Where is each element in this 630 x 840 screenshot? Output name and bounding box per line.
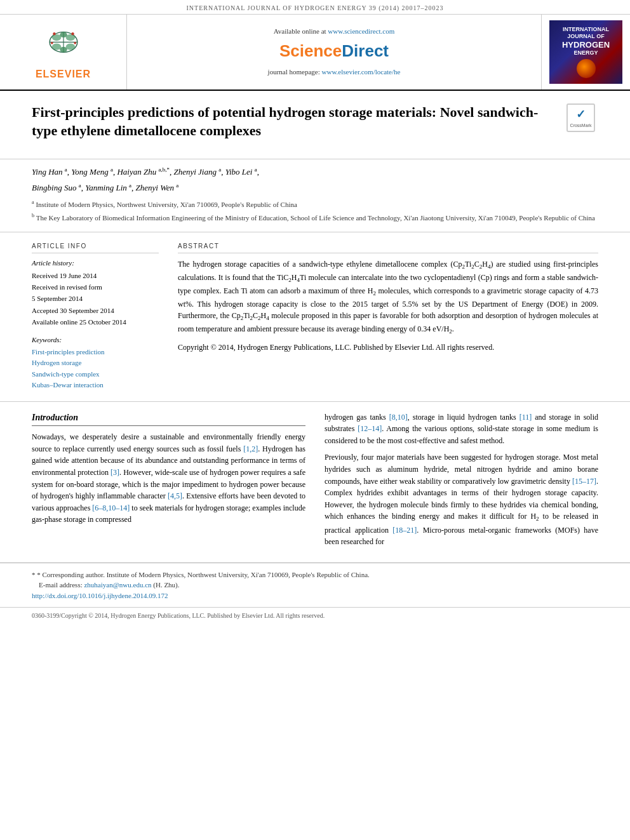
accepted-date: Accepted 30 September 2014 <box>32 306 159 316</box>
author-yanming-lin: Yanming Lin <box>85 183 127 192</box>
article-title-container: First-principles predictions of potentia… <box>32 103 554 149</box>
logo-circle-icon <box>577 59 596 78</box>
author-zhenyi-jiang: Zhenyi Jiang <box>173 168 217 177</box>
keyword-kubas-dewar[interactable]: Kubas–Dewar interaction <box>32 380 159 390</box>
ref-15-17[interactable]: [15–17] <box>572 477 596 486</box>
author-bingbing-suo: Bingbing Suo <box>32 183 76 192</box>
crossmark-icon: ✓ <box>576 107 586 123</box>
sciencedirect-logo: ScienceDirect <box>279 39 389 62</box>
affiliation-b: b The Key Laboratory of Biomedical Infor… <box>32 212 598 223</box>
abstract-header: ABSTRACT <box>178 242 598 253</box>
article-history: Article history: Received 19 June 2014 R… <box>32 258 159 327</box>
keyword-hydrogen-storage[interactable]: Hydrogen storage <box>32 358 159 368</box>
abstract-column: ABSTRACT The hydrogen storage capacities… <box>178 242 598 391</box>
introduction-paragraph1: Nowadays, we desperately desire a sustai… <box>32 431 305 526</box>
abstract-copyright: Copyright © 2014, Hydrogen Energy Public… <box>178 342 598 353</box>
logo-title-international: International Journal of HYDROGEN ENERGY <box>562 26 610 57</box>
elsevier-logo <box>25 23 102 61</box>
abstract-text: The hydrogen storage capacities of a san… <box>178 258 598 336</box>
ref-4-5[interactable]: [4,5] <box>168 491 182 500</box>
homepage-url[interactable]: www.elsevier.com/locate/he <box>322 68 401 76</box>
sciencedirect-label-science: Science <box>279 41 342 60</box>
author-zhenyi-wen: Zhenyi Wen <box>136 183 175 192</box>
right-paragraph2: Previously, four major materials have be… <box>325 451 598 547</box>
email-link[interactable]: zhuhaiyan@nwu.edu.cn <box>84 581 151 589</box>
journal-masthead: ELSEVIER Available online at www.science… <box>0 15 630 91</box>
main-content: Introduction Nowadays, we desperately de… <box>0 402 630 563</box>
corresponding-author-note: * * Corresponding author. Institute of M… <box>32 570 598 580</box>
article-body: ARTICLE INFO Article history: Received 1… <box>0 232 630 401</box>
svg-point-4 <box>65 34 75 41</box>
svg-point-5 <box>51 43 61 50</box>
article-info-header: ARTICLE INFO <box>32 242 159 253</box>
svg-point-12 <box>74 42 76 44</box>
elsevier-tree-icon <box>44 29 83 55</box>
sciencedirect-label-direct: Direct <box>342 41 389 60</box>
ref-6-14[interactable]: [6–8,10–14] <box>92 503 130 512</box>
svg-point-11 <box>51 42 53 44</box>
article-title-section: First-principles predictions of potentia… <box>0 91 630 159</box>
right-paragraph1: hydrogen gas tanks [8,10], storage in li… <box>325 411 598 447</box>
copyright-footer: 0360-3199/Copyright © 2014, Hydrogen Ene… <box>0 607 630 624</box>
email-line: E-mail address: zhuhaiyan@nwu.edu.cn (H.… <box>32 580 598 590</box>
svg-point-9 <box>53 32 55 35</box>
crossmark-label: CrossMark <box>570 123 592 129</box>
sciencedirect-center: Available online at www.sciencedirect.co… <box>127 15 541 90</box>
journal-logo-column: International Journal of HYDROGEN ENERGY <box>541 15 630 90</box>
journal-citation: INTERNATIONAL JOURNAL OF HYDROGEN ENERGY… <box>186 4 443 11</box>
right-column: hydrogen gas tanks [8,10], storage in li… <box>325 411 598 553</box>
ref-11[interactable]: [11] <box>519 413 532 422</box>
ref-3[interactable]: [3] <box>111 468 119 477</box>
svg-point-3 <box>51 34 61 41</box>
received-revised-label: Received in revised form <box>32 283 159 292</box>
author-yong-meng: Yong Meng <box>71 168 108 177</box>
page: INTERNATIONAL JOURNAL OF HYDROGEN ENERGY… <box>0 0 630 840</box>
received-date: Received 19 June 2014 <box>32 271 159 281</box>
homepage-text: journal homepage: www.elsevier.com/locat… <box>268 67 401 77</box>
ref-18-21[interactable]: [18–21] <box>392 526 417 535</box>
journal-header-bar: INTERNATIONAL JOURNAL OF HYDROGEN ENERGY… <box>0 0 630 15</box>
affiliation-a: a Institute of Modern Physics, Northwest… <box>32 199 598 210</box>
available-online-date: Available online 25 October 2014 <box>32 317 159 327</box>
elsevier-logo-column: ELSEVIER <box>0 15 127 90</box>
author-ying-han: Ying Han <box>32 168 63 177</box>
svg-point-6 <box>65 43 75 50</box>
ref-12-14[interactable]: [12–14] <box>358 424 382 433</box>
article-info-column: ARTICLE INFO Article history: Received 1… <box>32 242 159 391</box>
ref-1-2[interactable]: [1,2] <box>243 444 258 453</box>
received-revised-date: 5 September 2014 <box>32 294 159 303</box>
author-yibo-lei: Yibo Lei <box>225 168 253 177</box>
doi-link[interactable]: http://dx.doi.org/10.1016/j.ijhydene.201… <box>32 592 168 599</box>
elsevier-wordmark: ELSEVIER <box>36 67 91 81</box>
keyword-sandwich-complex[interactable]: Sandwich-type complex <box>32 370 159 379</box>
svg-point-8 <box>60 46 67 52</box>
affiliations: a Institute of Modern Physics, Northwest… <box>32 199 598 223</box>
crossmark-badge[interactable]: ✓ CrossMark <box>566 103 598 135</box>
article-title: First-principles predictions of potentia… <box>32 103 554 140</box>
ref-8-10[interactable]: [8,10] <box>389 413 408 422</box>
article-history-title: Article history: <box>32 258 159 268</box>
footnote-section: * * Corresponding author. Institute of M… <box>0 563 630 608</box>
keyword-first-principles[interactable]: First-principles prediction <box>32 347 159 357</box>
available-text: Available online at www.sciencedirect.co… <box>274 27 395 36</box>
authors-line2: Bingbing Suo a, Yanming Lin a, Zhenyi We… <box>32 182 598 194</box>
sciencedirect-url[interactable]: www.sciencedirect.com <box>328 27 394 35</box>
svg-point-10 <box>71 32 74 35</box>
keywords-section: Keywords: First-principles prediction Hy… <box>32 335 159 390</box>
left-column: Introduction Nowadays, we desperately de… <box>32 411 305 553</box>
crossmark-box[interactable]: ✓ CrossMark <box>566 103 595 132</box>
introduction-title: Introduction <box>32 411 305 427</box>
authors-line1: Ying Han a, Yong Meng a, Haiyan Zhu a,b,… <box>32 166 598 178</box>
hydrogen-energy-logo: International Journal of HYDROGEN ENERGY <box>549 20 622 84</box>
authors-section: Ying Han a, Yong Meng a, Haiyan Zhu a,b,… <box>0 159 630 232</box>
author-haiyan-zhu: Haiyan Zhu <box>117 168 156 177</box>
svg-point-7 <box>60 32 67 37</box>
keywords-title: Keywords: <box>32 335 159 345</box>
doi-line: http://dx.doi.org/10.1016/j.ijhydene.201… <box>32 590 598 601</box>
